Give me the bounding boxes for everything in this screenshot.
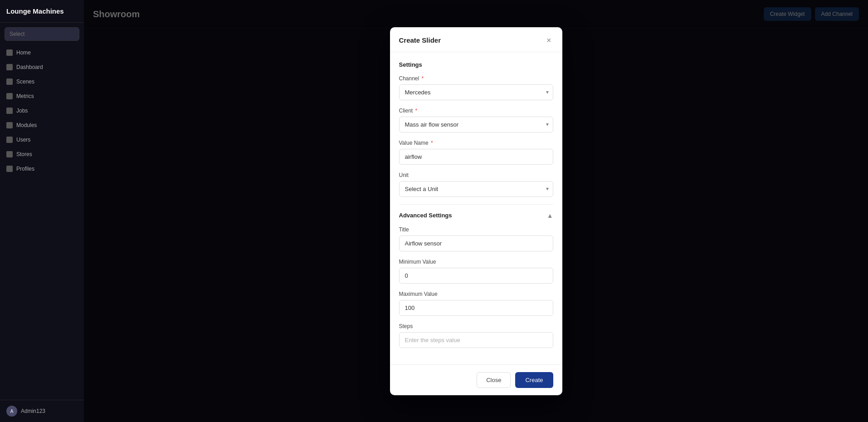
client-group: Client * Mass air flow sensor ▾ [399, 108, 553, 132]
channel-label: Channel * [399, 75, 553, 82]
channel-select[interactable]: Mercedes [399, 84, 553, 100]
metrics-icon [6, 93, 13, 99]
close-button[interactable]: × [545, 35, 553, 45]
stores-icon [6, 151, 13, 157]
min-value-label: Minimum Value [399, 259, 553, 265]
unit-label: Unit [399, 172, 553, 178]
sidebar-item-dashboard[interactable]: Dashboard [0, 60, 84, 74]
modal-title: Create Slider [399, 36, 441, 44]
unit-select-wrapper: Select a Unit ▾ [399, 181, 553, 197]
advanced-collapse-button[interactable]: ▲ [547, 212, 553, 219]
create-button[interactable]: Create [515, 372, 553, 388]
min-value-input[interactable] [399, 268, 553, 284]
create-slider-modal: Create Slider × Settings Channel * Merce… [390, 27, 562, 395]
modal-overlay[interactable]: Create Slider × Settings Channel * Merce… [84, 0, 868, 422]
jobs-icon [6, 108, 13, 114]
value-name-input[interactable] [399, 149, 553, 165]
client-required: * [415, 108, 418, 114]
sidebar-item-profiles[interactable]: Profiles [0, 162, 84, 176]
value-name-group: Value Name * [399, 140, 553, 165]
modal-footer: Close Create [390, 364, 562, 395]
channel-select-wrapper: Mercedes ▾ [399, 84, 553, 100]
value-name-required: * [431, 140, 433, 146]
sidebar: Lounge Machines Home Dashboard Scenes Me… [0, 0, 84, 422]
client-select-wrapper: Mass air flow sensor ▾ [399, 117, 553, 132]
channel-group: Channel * Mercedes ▾ [399, 75, 553, 100]
home-icon [6, 49, 13, 56]
min-value-group: Minimum Value [399, 259, 553, 284]
modal-body: Settings Channel * Mercedes ▾ [390, 52, 562, 364]
scenes-icon [6, 79, 13, 85]
section-divider [399, 204, 553, 205]
sidebar-item-modules[interactable]: Modules [0, 118, 84, 132]
steps-input[interactable] [399, 332, 553, 348]
advanced-header: Advanced Settings ▲ [399, 212, 553, 219]
unit-select[interactable]: Select a Unit [399, 181, 553, 197]
sidebar-item-users[interactable]: Users [0, 132, 84, 147]
main-content: Showroom Create Widget Add Channel Creat… [84, 0, 868, 422]
sidebar-avatar: A Admin123 [0, 400, 84, 422]
steps-label: Steps [399, 323, 553, 329]
advanced-section-title: Advanced Settings [399, 212, 452, 219]
max-value-input[interactable] [399, 300, 553, 316]
channel-required: * [422, 75, 424, 82]
dashboard-icon [6, 64, 13, 70]
profiles-icon [6, 166, 13, 172]
sidebar-logo: Lounge Machines [0, 0, 84, 23]
avatar: A [6, 406, 17, 417]
title-group: Title [399, 226, 553, 251]
value-name-label: Value Name * [399, 140, 553, 146]
sidebar-item-scenes[interactable]: Scenes [0, 74, 84, 89]
settings-section-title: Settings [399, 61, 553, 68]
title-input[interactable] [399, 236, 553, 251]
title-label: Title [399, 226, 553, 233]
modal-header: Create Slider × [390, 27, 562, 52]
sidebar-item-jobs[interactable]: Jobs [0, 103, 84, 118]
steps-group: Steps [399, 323, 553, 348]
client-label: Client * [399, 108, 553, 114]
unit-group: Unit Select a Unit ▾ [399, 172, 553, 197]
max-value-label: Maximum Value [399, 291, 553, 297]
sidebar-item-metrics[interactable]: Metrics [0, 89, 84, 103]
modules-icon [6, 122, 13, 128]
sidebar-search-input[interactable] [5, 27, 79, 41]
sidebar-item-stores[interactable]: Stores [0, 147, 84, 162]
close-modal-button[interactable]: Close [477, 372, 511, 388]
max-value-group: Maximum Value [399, 291, 553, 316]
sidebar-item-home[interactable]: Home [0, 45, 84, 60]
users-icon [6, 137, 13, 143]
client-select[interactable]: Mass air flow sensor [399, 117, 553, 132]
